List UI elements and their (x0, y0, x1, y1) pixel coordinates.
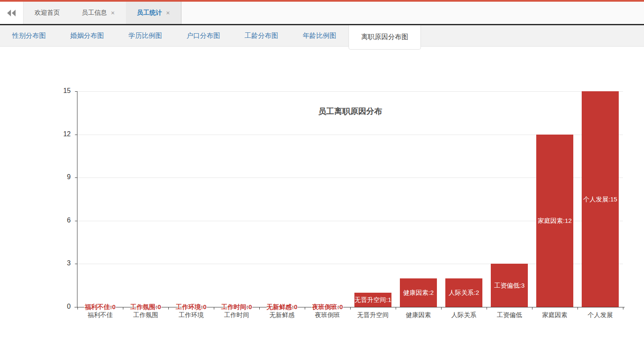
window-tab[interactable]: 员工统计✕ (126, 2, 181, 24)
x-axis-tick (259, 307, 260, 310)
x-axis-category-label: 夜班倒班 (305, 311, 350, 319)
chart-type-tab[interactable]: 年龄比例图 (290, 25, 349, 46)
close-tab-icon[interactable]: ✕ (166, 11, 170, 16)
x-axis-tick (396, 307, 396, 310)
x-axis-category-label: 工作氛围 (123, 311, 168, 319)
bar-value-label: 人际关系:2 (449, 288, 479, 296)
y-axis-label: 6 (37, 217, 71, 224)
bar-value-label: 工作时间:0 (221, 303, 252, 311)
x-axis-category-label: 个人发展 (577, 311, 623, 319)
double-left-chevron-icon (7, 10, 16, 16)
window-tab[interactable]: 员工信息✕ (71, 2, 126, 24)
x-axis-tick (305, 307, 305, 310)
y-axis-label: 9 (37, 173, 71, 181)
x-axis-tick (577, 307, 578, 310)
x-axis-category-label: 家庭因素 (532, 311, 577, 319)
y-axis-label: 12 (37, 130, 71, 138)
chart-type-tab[interactable]: 婚姻分布图 (58, 25, 116, 46)
chart-type-tab[interactable]: 离职原因分布图 (349, 25, 421, 50)
x-axis-tick (168, 307, 169, 310)
chart-type-tab[interactable]: 性别分布图 (0, 25, 58, 46)
x-axis-category-label: 健康因素 (396, 311, 441, 319)
y-axis-label: 15 (37, 87, 71, 95)
bar-value-label: 工作环境:0 (176, 303, 206, 311)
x-axis-tick (350, 307, 351, 310)
window-tab-label: 欢迎首页 (35, 9, 60, 17)
chart-type-tab[interactable]: 学历比例图 (116, 25, 174, 46)
chart-type-tab[interactable]: 户口分布图 (174, 25, 232, 46)
y-axis-label: 3 (37, 259, 71, 267)
y-axis-label: 0 (37, 303, 71, 310)
close-tab-icon[interactable]: ✕ (111, 11, 115, 16)
gridline (77, 91, 623, 92)
bar-value-label: 夜班倒班:0 (312, 303, 343, 311)
x-axis-tick (441, 307, 442, 310)
collapse-tabs-button[interactable] (0, 2, 24, 24)
bar-value-label: 家庭因素:12 (538, 217, 572, 225)
x-axis-category-label: 工作时间 (214, 311, 259, 319)
chart-type-tab-bar: 性别分布图婚姻分布图学历比例图户口分布图工龄分布图年龄比例图离职原因分布图 (0, 25, 644, 47)
x-axis-category-label: 工作环境 (168, 311, 214, 319)
x-axis-tick (123, 307, 123, 310)
bar-value-label: 无新鲜感:0 (266, 303, 297, 311)
x-axis-category-label: 人际关系 (441, 311, 487, 319)
bar-value-label: 个人发展:15 (583, 195, 617, 203)
bar-value-label: 工作氛围:0 (130, 303, 161, 311)
x-axis-category-label: 福利不佳 (77, 311, 123, 319)
y-axis-line (77, 91, 77, 307)
window-tab-label: 员工统计 (137, 9, 162, 17)
chart-type-tab[interactable]: 工龄分布图 (232, 25, 290, 46)
x-axis-tick (623, 307, 623, 310)
bar-value-label: 健康因素:2 (403, 288, 434, 296)
window-tab-bar: 欢迎首页员工信息✕员工统计✕ (0, 2, 644, 24)
x-axis-tick (487, 307, 487, 310)
bar-value-label: 无晋升空间:1 (354, 296, 391, 304)
x-axis-tick (214, 307, 214, 310)
x-axis-category-label: 工资偏低 (487, 311, 532, 319)
x-axis-category-label: 无晋升空间 (350, 311, 396, 319)
bar-value-label: 工资偏低:3 (494, 281, 525, 289)
chart-title: 员工离职原因分布 (77, 106, 623, 117)
x-axis-category-label: 无新鲜感 (259, 311, 305, 319)
bar-value-label: 福利不佳:0 (85, 303, 115, 311)
window-tab-label: 员工信息 (82, 9, 107, 17)
x-axis-tick (77, 307, 78, 310)
window-tab[interactable]: 欢迎首页 (24, 2, 71, 24)
app-window: 欢迎首页员工信息✕员工统计✕ 性别分布图婚姻分布图学历比例图户口分布图工龄分布图… (0, 0, 644, 352)
window-tabs: 欢迎首页员工信息✕员工统计✕ (24, 2, 181, 24)
x-axis-tick (532, 307, 532, 310)
